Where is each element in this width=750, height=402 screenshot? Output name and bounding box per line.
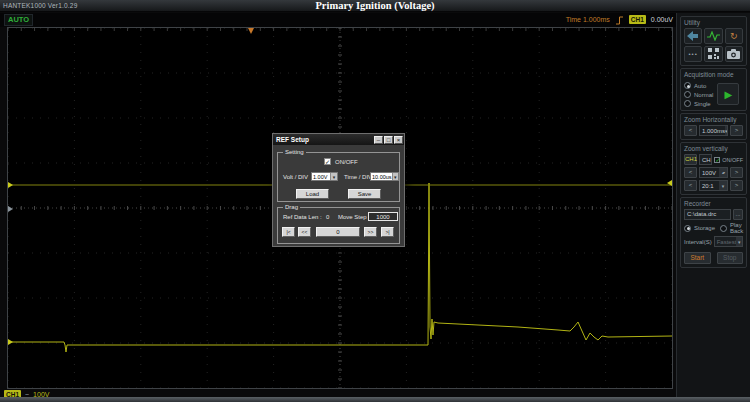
volts-value: 100V <box>700 170 716 176</box>
move-next-button[interactable]: >> <box>364 227 377 237</box>
chevron-down-icon: ▾ <box>719 181 727 190</box>
ref-onoff-checkbox[interactable]: ✓ <box>324 158 331 165</box>
record-start-button[interactable]: Start <box>684 252 711 264</box>
acquisition-panel: Acquisition mode Auto Normal Single <box>680 68 747 111</box>
ch2-position-marker[interactable] <box>8 206 13 212</box>
trigger-position-marker[interactable] <box>248 28 254 34</box>
recorder-mode-storage[interactable]: Storage <box>684 225 715 232</box>
acq-option-auto[interactable]: Auto <box>684 82 713 89</box>
timebase-increase-button[interactable]: > <box>730 125 743 136</box>
probe-select[interactable]: 20:1 ▾ <box>699 180 728 191</box>
trigger-level-marker[interactable] <box>667 180 672 186</box>
more-options-button[interactable]: ••• <box>684 46 702 62</box>
zoom-horizontal-panel: Zoom Horizontally < 1.000ms ▾ > <box>680 113 747 140</box>
channel-onoff-checkbox[interactable]: ✓ <box>714 157 720 163</box>
position-indicator[interactable]: 0 <box>316 227 360 237</box>
qr-code-icon <box>708 48 719 60</box>
timebase-select[interactable]: 1.000ms ▾ <box>699 125 728 136</box>
timebase-value: 1.000ms <box>700 128 725 134</box>
dialog-titlebar[interactable]: REF Setup – □ × <box>273 134 404 145</box>
waveform-button[interactable] <box>704 28 722 44</box>
acq-option-label: Single <box>694 101 711 107</box>
back-button[interactable] <box>684 28 702 44</box>
oscilloscope-app: HANTEK1000 Ver1.0.29 Primary Ignition (V… <box>0 0 750 402</box>
drag-group: Drag Ref Data Len : 0 Move Step : 1000 |… <box>277 207 400 244</box>
radio-icon <box>684 225 691 232</box>
camera-icon <box>727 49 740 60</box>
chevron-down-icon: ▾ <box>330 173 337 180</box>
load-button[interactable]: Load <box>296 189 329 199</box>
move-step-label: Move Step : <box>338 214 370 220</box>
move-prev-button[interactable]: << <box>298 227 311 237</box>
qr-code-button[interactable] <box>704 46 722 62</box>
playback-label: Play Back <box>730 222 743 234</box>
zoom-horizontal-title: Zoom Horizontally <box>684 116 743 123</box>
radio-icon <box>684 82 691 89</box>
ref-setup-dialog: REF Setup – □ × Setting ✓ ON/OFF Volt / … <box>272 133 405 247</box>
recorder-panel: Recorder C:\data.drc ... Storage Play Ba… <box>680 197 747 268</box>
close-button[interactable]: × <box>394 136 403 144</box>
probe-increase-button[interactable]: > <box>730 180 743 191</box>
utility-panel: Utility ↻ ••• <box>680 16 747 66</box>
ref-onoff-label: ON/OFF <box>335 159 358 165</box>
ref-position-marker[interactable] <box>8 182 13 188</box>
trigger-readout: Time 1.000ms CH1 0.00uV <box>566 14 673 25</box>
dialog-title: REF Setup <box>276 136 373 143</box>
drag-group-label: Drag <box>283 204 300 211</box>
move-first-button[interactable]: |< <box>282 227 295 237</box>
radio-icon <box>684 91 691 98</box>
interval-select[interactable]: Fastest ▾ <box>714 236 743 247</box>
channel-select[interactable]: CH1 ▾ <box>699 154 712 165</box>
volts-increase-button[interactable]: > <box>730 167 743 178</box>
probe-decrease-button[interactable]: < <box>684 180 697 191</box>
time-div-value: 10.00us <box>371 174 392 180</box>
record-path-input[interactable]: C:\data.drc <box>684 209 731 220</box>
volt-div-value: 1.00V <box>312 174 327 180</box>
screenshot-button[interactable] <box>725 46 743 62</box>
refresh-button[interactable]: ↻ <box>725 28 743 44</box>
channel-onoff-label: ON/OFF <box>722 157 743 163</box>
zoom-vertical-panel: Zoom vertically CH1 CH1 ▾ ✓ ON/OFF < 100… <box>680 142 747 195</box>
volts-spinner[interactable]: 100V ▴▾ <box>699 167 728 178</box>
move-last-button[interactable]: >| <box>381 227 394 237</box>
spinner-arrows-icon: ▴▾ <box>719 168 727 177</box>
acq-option-label: Normal <box>694 92 713 98</box>
storage-label: Storage <box>694 225 715 231</box>
window-bottom-frame <box>0 397 750 402</box>
record-stop-button[interactable]: Stop <box>717 252 744 264</box>
maximize-button[interactable]: □ <box>384 136 393 144</box>
timebase-decrease-button[interactable]: < <box>684 125 697 136</box>
time-div-select[interactable]: 10.00us ▾ <box>370 172 399 181</box>
browse-button[interactable]: ... <box>733 209 743 220</box>
acquisition-title: Acquisition mode <box>684 71 743 78</box>
volt-div-select[interactable]: 1.00V ▾ <box>311 172 338 181</box>
trigger-level-readout: 0.00uV <box>651 16 673 23</box>
chevron-down-icon: ▾ <box>736 237 742 246</box>
move-step-input[interactable]: 1000 <box>368 212 398 221</box>
control-sidebar: Utility ↻ ••• <box>676 13 750 397</box>
chevron-down-icon: ▾ <box>725 126 728 135</box>
play-icon: ▶ <box>724 89 732 100</box>
ref-data-len-label: Ref Data Len : <box>283 214 322 220</box>
time-div-label: Time / DIV <box>344 174 372 180</box>
waveform-icon <box>707 31 720 42</box>
save-button[interactable]: Save <box>348 189 381 199</box>
acquisition-status-badge: AUTO <box>4 14 33 26</box>
acq-option-single[interactable]: Single <box>684 100 713 107</box>
run-button[interactable]: ▶ <box>717 83 739 105</box>
setting-group-label: Setting <box>283 149 306 156</box>
acq-option-normal[interactable]: Normal <box>684 91 713 98</box>
volts-decrease-button[interactable]: < <box>684 167 697 178</box>
acq-option-label: Auto <box>694 83 706 89</box>
recorder-mode-playback[interactable]: Play Back <box>720 222 743 234</box>
ch1-position-marker[interactable] <box>8 339 13 345</box>
setting-group: Setting ✓ ON/OFF Volt / DIV 1.00V ▾ Time… <box>277 152 400 202</box>
interval-value: Fastest <box>715 239 737 245</box>
channel-value: CH1 <box>700 157 712 163</box>
channel-button[interactable]: CH1 <box>684 154 697 165</box>
utility-title: Utility <box>684 19 743 26</box>
volt-div-label: Volt / DIV <box>283 174 308 180</box>
zoom-vertical-title: Zoom vertically <box>684 145 743 152</box>
interval-label: Interval(S) <box>684 239 712 245</box>
minimize-button[interactable]: – <box>374 136 383 144</box>
